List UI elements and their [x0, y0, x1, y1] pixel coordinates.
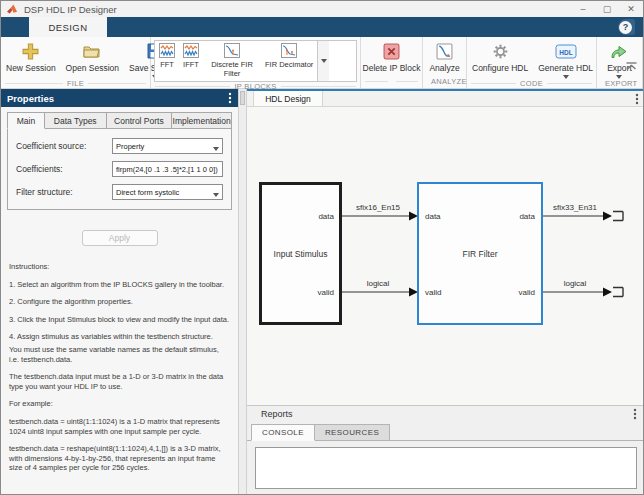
open-session-button[interactable]: Open Session [61, 41, 124, 73]
signal-label-data-out: sfix33_En31 [553, 203, 598, 212]
port-data-in: data [425, 212, 441, 221]
filter-structure-select[interactable]: Direct form systolic [112, 184, 223, 200]
window-title: DSP HDL IP Designer [24, 4, 117, 15]
hdl-design-canvas[interactable]: sfix16_En15 logical sfix33_En31 logical … [247, 107, 644, 405]
analyze-plot-icon [436, 41, 453, 61]
fir-filter-label: FIR Filter [463, 249, 498, 259]
ip-blocks-gallery: FFT IFFT Discrete FIR Filter [154, 40, 357, 82]
design-area: HDL Design [247, 89, 644, 495]
tab-design[interactable]: DESIGN [29, 17, 107, 37]
tab-control-ports[interactable]: Control Ports [107, 112, 173, 129]
delete-ip-block-button[interactable]: Delete IP Block [358, 41, 426, 73]
properties-tab-bar: Main Data Types Control Ports Implementa… [7, 112, 232, 129]
port-data-out: data [519, 212, 535, 221]
fft-icon [159, 43, 175, 60]
analyze-button[interactable]: Analyze [424, 41, 464, 73]
splitter-handle-icon[interactable] [240, 91, 245, 105]
chevron-down-icon [213, 147, 219, 151]
signal-label-valid-out: logical [564, 279, 587, 288]
tab-console[interactable]: CONSOLE [251, 424, 315, 441]
reports-title: Reports [261, 409, 293, 419]
toolstrip-group-analyze: Analyze ANALYZE [423, 37, 467, 88]
signal-label-valid-in: logical [367, 279, 390, 288]
gear-icon [492, 41, 509, 61]
apply-button[interactable]: Apply [82, 230, 158, 246]
port-valid-out: valid [318, 288, 334, 297]
document-tab-bar: HDL Design [247, 89, 644, 107]
hdl-badge-icon: HDL [555, 41, 577, 61]
coefficient-source-select[interactable]: Property [112, 138, 223, 154]
ribbon-tab-strip: DESIGN ? [1, 17, 643, 37]
coefficients-label: Coefficients: [16, 164, 112, 174]
tab-data-types[interactable]: Data Types [45, 112, 107, 129]
new-session-button[interactable]: New Session [1, 41, 61, 73]
close-button[interactable]: ✕ [619, 1, 643, 17]
fir-filter-block[interactable]: FIR Filter data valid data valid [417, 182, 543, 325]
file-group-label: FILE [63, 79, 88, 88]
open-folder-icon [83, 41, 101, 61]
coefficients-input[interactable] [112, 161, 223, 177]
app-window: DSP HDL IP Designer – ▢ ✕ DESIGN ? New S… [0, 0, 644, 495]
tab-resources[interactable]: RESOURCES [315, 424, 390, 441]
properties-form: Coefficient source: Property Coefficient… [7, 128, 232, 210]
port-valid-out: valid [519, 288, 535, 297]
gallery-item-fft[interactable]: FFT [155, 41, 179, 81]
instructions-text: Instructions: 1. Select an algorithm fro… [1, 246, 238, 473]
properties-menu-button[interactable] [228, 92, 232, 104]
toolstrip-group-delete: Delete IP Block [361, 37, 423, 88]
design-menu-button[interactable] [635, 93, 639, 105]
tab-implementation[interactable]: Implementation [172, 112, 232, 129]
gallery-dropdown-icon [321, 59, 327, 63]
collapse-toolstrip-button[interactable] [626, 56, 637, 74]
reports-menu-button[interactable] [633, 408, 637, 420]
code-group-label: CODE [516, 79, 547, 88]
fir-decimator-icon [281, 43, 297, 60]
gallery-item-fir-decimator[interactable]: FIR Decimator [261, 41, 317, 81]
ifft-icon [183, 43, 199, 60]
signal-label-data-in: sfix16_En15 [356, 203, 401, 212]
gallery-dropdown-button[interactable] [317, 41, 329, 81]
coefficient-source-label: Coefficient source: [16, 141, 112, 151]
port-valid-in: valid [425, 288, 441, 297]
properties-panel-header: Properties [1, 89, 238, 107]
gallery-item-ifft[interactable]: IFFT [179, 41, 203, 81]
arrowhead-icon [603, 212, 612, 221]
help-button[interactable]: ? [618, 19, 635, 35]
new-session-plus-icon [22, 41, 39, 61]
maximize-button[interactable]: ▢ [595, 1, 619, 17]
instructions-heading: Instructions: [9, 262, 230, 272]
output-terminator-icon[interactable] [613, 212, 623, 221]
configure-hdl-button[interactable]: Configure HDL [467, 41, 533, 73]
discrete-fir-filter-icon [224, 43, 240, 60]
reports-panel: Reports CONSOLE RESOURCES [247, 405, 644, 495]
properties-title: Properties [7, 93, 54, 104]
port-data-out: data [318, 212, 334, 221]
reports-header: Reports [247, 406, 644, 422]
properties-panel: Properties Main Data Types Control Ports… [1, 89, 239, 495]
toolstrip-group-ip-blocks: FFT IFFT Discrete FIR Filter [151, 37, 361, 88]
analyze-group-label: ANALYZE [427, 77, 471, 86]
filter-structure-label: Filter structure: [16, 187, 112, 197]
svg-text:HDL: HDL [559, 48, 572, 55]
toolstrip: New Session Open Session Save Session FI… [1, 37, 643, 89]
toolstrip-group-code: Configure HDL HDL Generate HDL CODE [467, 37, 597, 88]
minimize-button[interactable]: – [571, 1, 595, 17]
export-group-label: EXPORT [601, 79, 642, 88]
tab-main[interactable]: Main [7, 112, 45, 129]
delete-icon [383, 41, 400, 61]
tab-hdl-design[interactable]: HDL Design [253, 91, 323, 106]
input-stimulus-block[interactable]: Input Stimulus data valid [259, 182, 342, 325]
arrowhead-icon [603, 288, 612, 297]
title-bar: DSP HDL IP Designer – ▢ ✕ [1, 1, 643, 17]
matlab-logo-icon [7, 4, 18, 14]
gallery-item-discrete-fir-filter[interactable]: Discrete FIR Filter [203, 41, 261, 81]
help-icon: ? [619, 21, 632, 34]
input-stimulus-label: Input Stimulus [274, 249, 328, 259]
chevron-down-icon [213, 193, 219, 197]
output-terminator-icon[interactable] [613, 288, 623, 297]
reports-tab-bar: CONSOLE RESOURCES [247, 422, 644, 441]
generate-hdl-button[interactable]: HDL Generate HDL [533, 41, 598, 79]
panel-splitter[interactable] [239, 89, 247, 495]
toolstrip-group-file: New Session Open Session Save Session FI… [1, 37, 151, 88]
console-output[interactable] [255, 447, 637, 489]
